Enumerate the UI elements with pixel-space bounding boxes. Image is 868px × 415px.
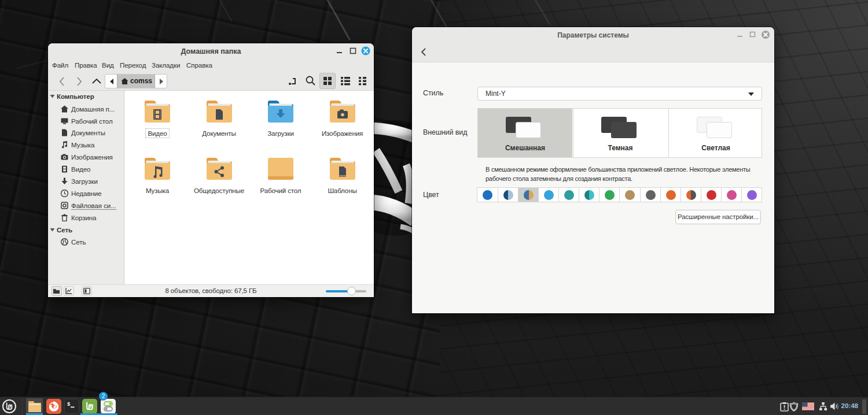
svg-text:$: $ [67,402,71,407]
